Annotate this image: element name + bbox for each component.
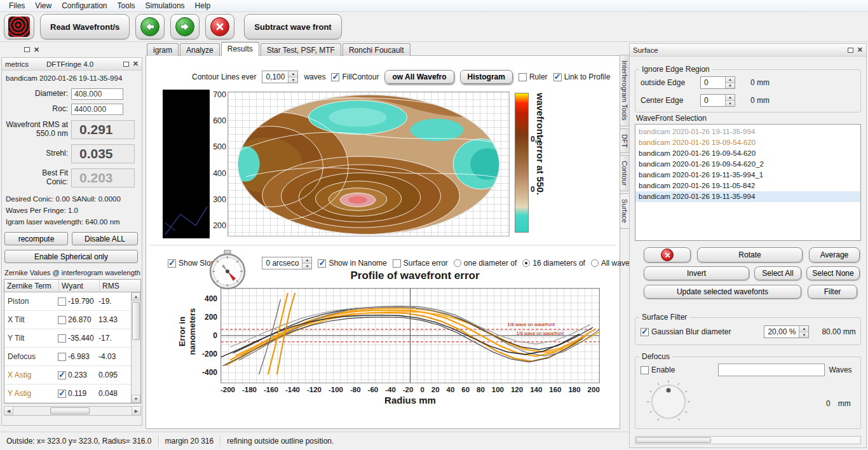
zernike-enable-checkbox[interactable] [58,390,66,398]
view-tab[interactable]: Star Test, PSF, MTF [261,43,341,56]
zernike-table-row[interactable]: X Tilt 26.870 13.43 [4,311,131,329]
center-edge-spinner[interactable]: 0 ▲▼ [700,94,735,107]
diameter-field[interactable]: 408.000 [71,88,123,100]
fillcontour-checkbox[interactable]: FillContour [331,72,379,81]
dock-side-tab[interactable]: Contour [620,155,629,191]
defocus-value-field[interactable] [718,364,825,376]
surface-panel-scrollbar[interactable] [635,436,861,444]
wavefront-list-item[interactable]: bandicam 2020-01-26 19-09-54-620 [635,137,860,148]
sixteen-diameters-radio[interactable]: 16 diameters of [522,259,585,268]
scroll-down-icon[interactable]: ▼ [132,395,140,403]
show-all-wavefronts-button[interactable]: ow All Wavefro [384,70,454,84]
forward-button[interactable] [170,14,200,39]
column-header-wyant[interactable]: Wyant [59,280,100,292]
profile-x-tick-label: -60 [368,386,379,393]
column-header-term[interactable]: Zernike Term [4,280,59,292]
slope-arcsecond-spinner[interactable]: 0 arcseco ▲▼ [262,257,312,269]
zernike-table-row[interactable]: X Astig 0.233 0.095 [4,366,131,385]
zernike-wyant-value: -19.790 [68,297,98,306]
delete-wavefront-button[interactable] [205,14,234,39]
outside-edge-spinner[interactable]: 0 ▲▼ [700,76,735,89]
menu-item[interactable]: Simulations [140,0,190,11]
zernike-enable-checkbox[interactable] [58,334,66,343]
view-tab[interactable]: Analyze [180,43,220,56]
wavefront-list-item[interactable]: bandicam 2020-01-26 19-11-35-994 [635,126,860,137]
wavefront-list[interactable]: bandicam 2020-01-26 19-11-35-994bandicam… [635,124,861,241]
read-wavefronts-button[interactable]: Read Wavefront/s [40,14,130,39]
rms-label: Wavefront RMS at550.0 nm [2,121,68,139]
ruler-checkbox[interactable]: Ruler [519,72,548,81]
gaussian-blur-checkbox[interactable]: Gaussian Blur diameter [641,327,731,336]
contour-interval-spinner[interactable]: 0,100 ▲▼ [262,71,298,83]
filter-button[interactable]: Filter [808,285,857,299]
float-panel-icon[interactable] [123,62,129,67]
column-header-rms[interactable]: RMS [100,282,140,290]
gaussian-percent-spinner[interactable]: 20,00 % ▲▼ [764,325,809,338]
wavefront-list-item[interactable]: bandicam 2020-01-26 19-11-35-994 [635,191,860,202]
view-tab[interactable]: Results [221,42,259,56]
scrollbar-thumb[interactable] [132,302,140,340]
wavefront-contour-map[interactable] [227,92,510,236]
wavefront-list-item[interactable]: bandicam 2020-01-26 19-09-54-620 [635,148,860,159]
one-diameter-radio[interactable]: one diameter of [454,259,517,268]
float-panel-icon[interactable] [848,48,853,53]
scroll-up-icon[interactable]: ▲ [132,292,140,301]
invert-button[interactable]: Invert [644,266,749,280]
menu-item[interactable]: Files [4,0,30,11]
zernike-horizontal-scrollbar[interactable]: ◀ ▶ [4,406,141,416]
view-tab[interactable]: igram [147,43,179,56]
roc-field[interactable]: 4400.000 [71,104,123,115]
average-button[interactable]: Average [809,247,860,262]
menu-item[interactable]: Tools [112,0,140,11]
zernike-enable-checkbox[interactable] [58,371,66,379]
checkbox-label: FillContour [342,72,379,81]
subtract-wavefront-button[interactable]: Subtract wave front [244,14,341,39]
zernike-enable-checkbox[interactable] [58,353,66,361]
close-panel-icon[interactable]: ✕ [133,60,139,67]
zernike-enable-checkbox[interactable] [58,316,66,324]
close-dock-icon[interactable]: ✕ [34,46,39,53]
surface-error-checkbox[interactable]: Surface error [393,259,448,268]
select-none-button[interactable]: Select None [806,266,860,280]
float-dock-icon[interactable] [24,47,30,52]
back-button[interactable] [135,14,165,39]
wavefront-list-item[interactable]: bandicam 2020-01-26 19-09-54-620_2 [635,159,860,170]
scroll-left-icon[interactable]: ◀ [4,407,13,415]
menu-item[interactable]: Help [190,0,216,11]
zernike-table-row[interactable]: Y Astig 0.119 0.048 [4,385,131,403]
defocus-dial[interactable] [644,378,693,426]
zernike-table-header[interactable]: Zernike Term Wyant RMS [4,280,140,292]
dock-side-tab[interactable]: Surface [620,193,629,229]
dock-handle: ✕ [24,45,39,54]
view-tab[interactable]: Ronchi Foucault [342,43,410,56]
menu-item[interactable]: Configuration [57,0,112,11]
zernike-table-row[interactable]: Y Tilt -35.440 -17. [4,329,131,348]
slope-gauge-icon[interactable] [208,250,247,290]
select-all-button[interactable]: Select All [754,266,801,280]
menu-item[interactable]: View [30,0,57,11]
update-selected-wavefronts-button[interactable]: Update selected wavefonts [644,285,801,299]
disable-all-button[interactable]: Disable ALL [72,232,138,245]
recompute-button[interactable]: recompute [4,232,68,245]
zernike-table-row[interactable]: Piston -19.790 -19. [4,292,131,311]
rotate-button[interactable]: Rotate [697,247,803,262]
link-to-profile-checkbox[interactable]: Link to Profile [553,72,611,81]
show-in-nanometers-checkbox[interactable]: Show in Nanome [318,259,386,268]
wavefront-list-item[interactable]: bandicam 2020-01-26 19-11-35-994_1 [635,170,860,181]
scrollbar-thumb[interactable] [636,437,711,443]
delete-selected-button[interactable] [644,247,691,262]
scrollbar-thumb[interactable] [50,407,90,414]
histogram-button[interactable]: Histogram [460,70,513,84]
wavefront-list-item[interactable]: bandicam 2020-01-26 19-11-05-842 [635,181,860,191]
app-logo-button[interactable] [4,14,34,39]
dock-side-tab[interactable]: DFT [620,128,629,153]
zernike-enable-checkbox[interactable] [58,297,66,306]
dock-side-tab[interactable]: Interferogram Tools [620,55,629,126]
ignore-edge-title: Ignore Edge Region [639,65,712,74]
defocus-enable-checkbox[interactable]: Enable [641,365,675,374]
zernike-vertical-scrollbar[interactable]: ▲ ▼ [131,292,140,403]
enable-spherical-only-button[interactable]: Enable Spherical only [4,250,138,263]
close-panel-icon[interactable]: ✕ [857,46,863,53]
scroll-right-icon[interactable]: ▶ [132,407,140,415]
zernike-table-row[interactable]: Defocus -6.983 -4.03 [4,348,131,366]
